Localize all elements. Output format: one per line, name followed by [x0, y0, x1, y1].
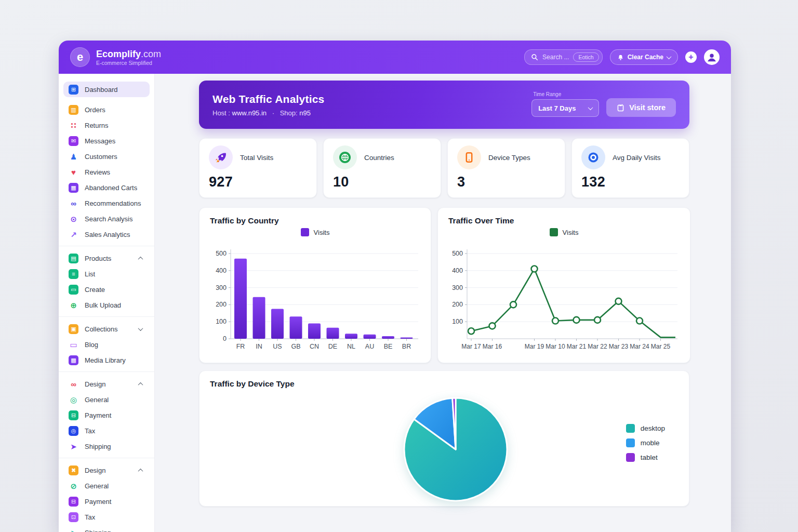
- sidebar-item-design[interactable]: ✖Design: [63, 462, 150, 478]
- svg-text:200: 200: [452, 301, 463, 308]
- stat-label: Countries: [364, 154, 394, 162]
- sidebar-item-recommendations[interactable]: ∞Recommendations: [63, 195, 150, 211]
- sidebar-item-label: Payment: [85, 411, 144, 419]
- sidebar-item-orders[interactable]: ▥Orders: [63, 102, 150, 117]
- sidebar-item-label: Recommendations: [85, 200, 144, 207]
- search-icon: [531, 54, 538, 61]
- stat-card-countries: Countries10: [323, 138, 441, 198]
- sidebar-item-label: List: [85, 270, 144, 278]
- globe-icon: [333, 145, 357, 169]
- brand-logo[interactable]: e: [70, 47, 90, 67]
- sidebar-item-general[interactable]: ⊘General: [63, 478, 150, 494]
- svg-text:US: US: [273, 343, 282, 350]
- pie-chart-legend: desktopmobletablet: [626, 424, 665, 462]
- stat-value: 10: [333, 174, 431, 190]
- legend-swatch: [626, 424, 635, 433]
- sidebar-item-label: Create: [85, 286, 144, 294]
- shipping-icon: ➤: [69, 442, 78, 451]
- line-chart-card: Traffic Over Time Visits 100200300400500…: [437, 207, 690, 363]
- sidebar-item-messages[interactable]: ✉Messages: [63, 133, 150, 149]
- chevron-up-icon: [138, 468, 143, 473]
- sidebar-item-label: Tax: [85, 427, 144, 435]
- stat-value: 3: [457, 174, 555, 190]
- chevron-down-icon: [138, 326, 143, 331]
- sidebar-item-abandoned-carts[interactable]: ▦Abandoned Carts: [63, 180, 150, 195]
- brand-tagline: E-commerce Simplified: [96, 60, 161, 66]
- sidebar-item-payment[interactable]: ⊟Payment: [63, 407, 150, 423]
- sidebar-item-label: Collections: [85, 325, 132, 333]
- design-alt-icon: ✖: [69, 466, 78, 475]
- sidebar-item-dashboard[interactable]: ⊞Dashboard: [63, 82, 150, 97]
- sidebar-item-label: Returns: [85, 122, 144, 129]
- sidebar-item-label: Products: [85, 255, 132, 262]
- sidebar-item-media-library[interactable]: ▩Media Library: [63, 352, 150, 368]
- legend-swatch: [626, 453, 635, 462]
- pie-legend-item: moble: [626, 438, 665, 447]
- host-label: Host :: [212, 109, 230, 117]
- sidebar-item-label: Reviews: [85, 168, 144, 176]
- chevron-up-icon: [138, 256, 143, 261]
- pie-legend-item: desktop: [626, 424, 665, 433]
- pie-chart: [402, 396, 509, 505]
- sidebar-item-blog[interactable]: ▭Blog: [63, 337, 150, 352]
- host-value: www.n95.in: [232, 109, 267, 117]
- time-range-select[interactable]: Last 7 Days: [531, 99, 599, 117]
- sidebar-item-customers[interactable]: ♟Customers: [63, 149, 150, 164]
- svg-text:Mar 17: Mar 17: [461, 343, 481, 350]
- sidebar-item-payment[interactable]: ⊟Payment: [63, 494, 150, 509]
- sidebar-item-search-analysis[interactable]: ⊙Search Analysis: [63, 211, 150, 227]
- svg-text:300: 300: [216, 284, 227, 291]
- shop-label: Shop:: [280, 109, 298, 117]
- sidebar-item-label: General: [85, 396, 144, 404]
- payment-icon: ⊟: [69, 410, 78, 420]
- pie-chart-card: Traffic by Device Type desktopmobletable…: [199, 370, 689, 507]
- sidebar-item-label: Abandoned Carts: [85, 184, 144, 192]
- time-range-value: Last 7 Days: [538, 104, 576, 112]
- sidebar-item-list[interactable]: ≡List: [63, 266, 150, 282]
- sidebar-item-label: Design: [85, 380, 132, 388]
- sidebar-item-shipping[interactable]: ➤Shipping: [63, 525, 150, 532]
- sidebar-item-shipping[interactable]: ➤Shipping: [63, 438, 150, 454]
- customers-icon: ♟: [69, 152, 78, 162]
- host-info: Host : www.n95.in · Shop: n95: [212, 109, 324, 117]
- chevron-down-icon: [667, 54, 672, 59]
- svg-text:CN: CN: [310, 343, 319, 350]
- visit-store-button[interactable]: Visit store: [606, 98, 676, 117]
- sidebar-item-label: Tax: [85, 513, 144, 521]
- search-input[interactable]: Search ... Eotich: [524, 49, 603, 65]
- sidebar-item-products[interactable]: ▤Products: [63, 250, 150, 266]
- sidebar-item-general[interactable]: ◎General: [63, 392, 150, 407]
- sidebar-item-tax[interactable]: ⊡Tax: [63, 509, 150, 525]
- sidebar-item-bulk-upload[interactable]: ⊕Bulk Upload: [63, 297, 150, 313]
- sidebar-item-collections[interactable]: ▣Collections: [63, 321, 150, 337]
- add-icon[interactable]: +: [685, 51, 697, 63]
- stat-label: Avg Daily Visits: [613, 154, 661, 162]
- legend-swatch: [626, 438, 635, 447]
- stat-card-device-types: Device Types3: [447, 138, 565, 198]
- search-shortcut-badge: Eotich: [573, 52, 598, 62]
- clear-cache-button[interactable]: Clear Cache: [610, 49, 678, 65]
- sidebar-item-reviews[interactable]: ♥Reviews: [63, 164, 150, 180]
- svg-text:AU: AU: [365, 343, 374, 350]
- sidebar-item-sales-analytics[interactable]: ↗Sales Analytics: [63, 227, 150, 242]
- main-content: Web Traffic Analytics Host : www.n95.in …: [155, 74, 731, 532]
- sidebar-item-design[interactable]: ∞Design: [63, 376, 150, 392]
- abandoned-carts-icon: ▦: [69, 183, 78, 193]
- svg-text:Mar 22: Mar 22: [588, 343, 607, 350]
- avatar[interactable]: [704, 49, 720, 65]
- brand-text: Ecomplify.com E-commerce Simplified: [96, 49, 161, 66]
- desktop-background: e Ecomplify.com E-commerce Simplified Se…: [0, 0, 798, 532]
- rocket-icon: [209, 145, 233, 169]
- sidebar-item-create[interactable]: ▭Create: [63, 282, 150, 297]
- collections-icon: ▣: [69, 324, 78, 334]
- stat-value: 927: [209, 174, 307, 190]
- sidebar-item-tax[interactable]: ◎Tax: [63, 423, 150, 438]
- sidebar-item-label: Blog: [85, 341, 144, 349]
- svg-text:100: 100: [216, 318, 227, 325]
- svg-text:GB: GB: [291, 343, 300, 350]
- sidebar-item-returns[interactable]: ∷Returns: [63, 117, 150, 133]
- sidebar-section: ▤Products≡List▭Create⊕Bulk Upload: [59, 248, 154, 317]
- analytics-banner: Web Traffic Analytics Host : www.n95.in …: [199, 81, 689, 129]
- sidebar-item-label: Customers: [85, 153, 144, 161]
- svg-text:DE: DE: [328, 343, 337, 350]
